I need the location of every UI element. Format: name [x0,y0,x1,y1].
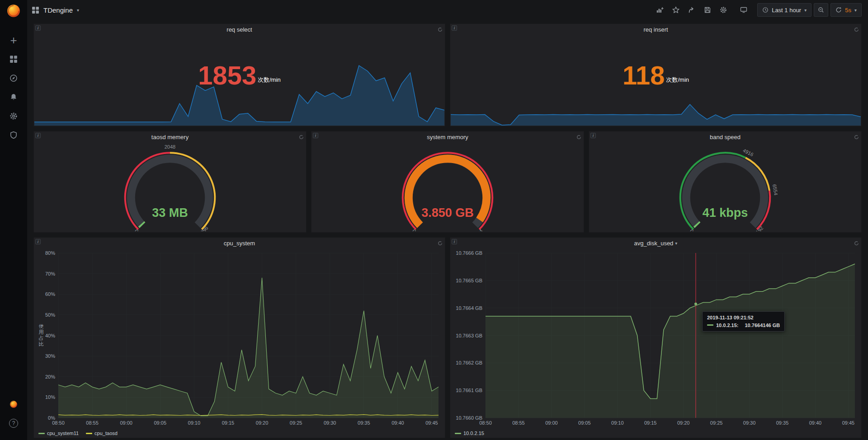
panel-info-icon[interactable]: i [35,25,41,31]
svg-text:09:35: 09:35 [358,420,370,426]
svg-text:09:40: 09:40 [392,420,404,426]
svg-text:09:00: 09:00 [120,420,132,426]
sidebar-item-explore[interactable] [0,69,27,88]
panel-title-text: req select [226,26,252,33]
svg-text:09:35: 09:35 [776,420,789,426]
avg-disk-used-chart[interactable]: 2019-11-13 09:21:52 10.0.2.15: 10.766414… [452,249,859,427]
compass-icon [9,74,18,82]
svg-text:09:25: 09:25 [710,420,723,426]
add-panel-button[interactable] [653,5,667,15]
bell-icon [9,93,18,101]
avatar [9,400,18,408]
svg-text:08:55: 08:55 [86,420,99,426]
panel-loading-icon [438,26,443,34]
svg-text:50%: 50% [45,312,55,318]
sidebar-item-configuration[interactable] [0,107,27,126]
panel-info-icon[interactable]: i [35,239,41,244]
svg-text:09:15: 09:15 [222,420,235,426]
svg-text:比: 比 [39,341,44,346]
legend-label: 10.0.2.15 [463,431,484,436]
panel-info-icon[interactable]: i [452,239,457,244]
cycle-view-mode-button[interactable] [737,5,750,15]
dashboard-canvas: i req select 1853 次数/min i [27,20,868,440]
svg-text:80%: 80% [45,250,55,256]
legend-swatch [455,433,461,434]
panel-req-insert: i req insert 118 次数/min [450,23,862,126]
panel-info-icon[interactable]: i [313,133,318,138]
svg-text:09:25: 09:25 [290,420,302,426]
panel-loading-icon [854,133,859,141]
panel-title[interactable]: system memory [311,131,584,143]
grafana-logo-icon [6,4,21,18]
svg-text:60%: 60% [45,291,55,297]
panel-info-icon[interactable]: i [35,133,41,138]
grafana-logo[interactable] [6,4,21,20]
svg-text:0: 0 [411,228,417,231]
plus-icon: + [10,34,17,46]
dashboard-picker[interactable]: TDengine ▾ [32,6,79,14]
sidebar-item-help[interactable]: ? [0,414,27,433]
dashboard-settings-button[interactable] [717,5,730,15]
shield-icon [9,131,18,139]
svg-text:6554: 6554 [772,184,779,196]
panel-info-icon[interactable]: i [452,25,457,31]
svg-text:09:05: 09:05 [578,420,591,426]
panel-title[interactable]: band speed [589,131,861,143]
svg-text:10%: 10% [45,394,55,400]
legend-item[interactable]: cpu_system11 [38,431,79,436]
sidebar: + [0,0,27,440]
legend-item[interactable]: cpu_taosd [86,431,118,436]
svg-text:40%: 40% [45,333,55,338]
svg-text:0: 0 [134,228,140,231]
chart-legend: 10.0.2.15 [455,431,484,436]
tooltip-series-swatch [707,324,713,326]
panel-info-icon[interactable]: i [590,133,596,138]
sidebar-item-alerting[interactable] [0,88,27,107]
svg-text:10.7666 GB: 10.7666 GB [456,250,482,256]
svg-text:09:05: 09:05 [154,420,167,426]
svg-text:3.850 GB: 3.850 GB [421,206,474,220]
dashboard-grid-icon [32,6,39,14]
svg-text:09:40: 09:40 [809,420,822,426]
chevron-down-icon: ▾ [854,8,857,13]
sidebar-item-create[interactable]: + [0,31,27,50]
panel-title-text: req insert [643,26,668,33]
time-range-picker[interactable]: Last 1 hour ▾ [757,3,811,17]
tooltip-timestamp: 2019-11-13 09:21:52 [707,315,780,320]
save-dashboard-button[interactable] [701,5,714,15]
panel-title[interactable]: cpu_system [34,238,445,249]
panel-title[interactable]: req select [34,24,445,35]
star-dashboard-button[interactable] [669,5,683,15]
refresh-button[interactable]: 5s ▾ [830,3,862,17]
svg-text:用: 用 [39,329,44,335]
top-nav: TDengine ▾ [27,0,868,20]
sidebar-item-server-admin[interactable] [0,126,27,145]
panel-menu-caret-icon: ▾ [675,241,677,246]
band-speed-gauge: 049166554819241 kbps [589,143,861,231]
sidebar-item-profile[interactable] [0,395,27,414]
svg-text:70%: 70% [45,271,55,276]
zoom-out-button[interactable] [814,3,828,17]
cpu-system-chart[interactable]: 0%10%20%30%40%50%60%70%80%08:5008:5509:0… [36,249,443,427]
clock-icon [762,7,769,13]
req-select-sparkline[interactable] [34,58,444,126]
panel-title[interactable]: avg_disk_used ▾ [450,238,861,249]
svg-text:09:15: 09:15 [644,420,657,426]
panel-title-text: cpu_system [224,240,255,247]
panel-title[interactable]: taosd memery [34,131,306,143]
disk-tooltip: 2019-11-13 09:21:52 10.0.2.15: 10.766414… [702,311,785,332]
svg-text:20%: 20% [45,374,55,379]
svg-text:30%: 30% [45,353,55,359]
panel-system-memory: i system memory 043.850 GB [311,131,584,233]
sidebar-item-dashboards[interactable] [0,50,27,69]
legend-item[interactable]: 10.0.2.15 [455,431,484,436]
svg-text:占: 占 [39,335,44,341]
panel-title[interactable]: req insert [450,24,861,35]
zoom-out-icon [818,7,824,13]
share-dashboard-button[interactable] [685,5,698,15]
panel-avg-disk-used: i avg_disk_used ▾ 2019-11-13 09:21:52 [450,237,862,438]
svg-text:09:10: 09:10 [611,420,624,426]
svg-text:09:45: 09:45 [842,420,855,426]
req-insert-sparkline[interactable] [451,58,861,126]
dashboard-row: i req select 1853 次数/min i [33,23,862,126]
